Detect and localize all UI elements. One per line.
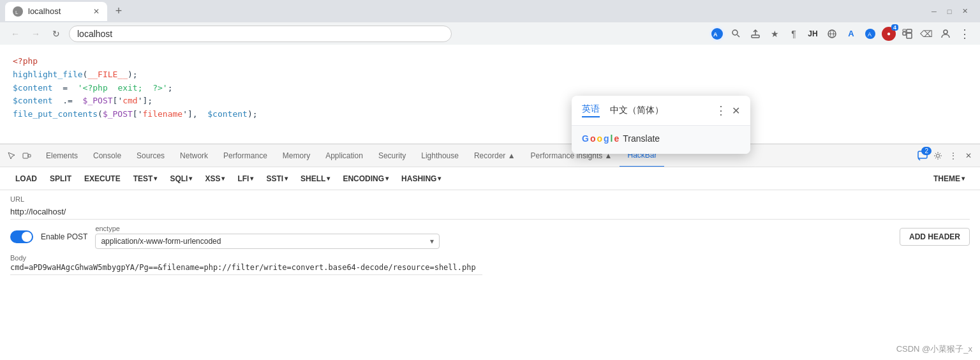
- devtools-device-icon[interactable]: [20, 149, 33, 162]
- reload-button[interactable]: ↻: [48, 26, 64, 41]
- svg-rect-18: [28, 154, 31, 157]
- translate-body: Google Translate: [572, 126, 750, 154]
- google-translate-logo: Google Translate: [582, 133, 740, 144]
- translate-icon[interactable]: A: [863, 26, 878, 41]
- tab-recorder[interactable]: Recorder ▲: [466, 144, 523, 167]
- svg-rect-6: [752, 35, 759, 38]
- ssti-button[interactable]: SSTI: [261, 172, 293, 186]
- tab-bar: L localhost ✕ + ─ □ ✕: [0, 0, 980, 22]
- tab-application[interactable]: Application: [318, 144, 371, 167]
- jh-icon[interactable]: JH: [805, 26, 820, 41]
- url-label: URL: [10, 195, 970, 203]
- enctype-select[interactable]: application/x-www-form-urlencoded ▾: [95, 234, 440, 249]
- svg-point-21: [937, 154, 940, 157]
- tab-elements[interactable]: Elements: [38, 144, 85, 167]
- page-content: <?php highlight_file(__FILE__); $content…: [0, 45, 980, 144]
- search-icon[interactable]: [729, 26, 744, 41]
- svg-point-4: [732, 30, 738, 35]
- tab-favicon: L: [13, 6, 23, 17]
- url-display: localhost: [77, 29, 112, 39]
- xss-button[interactable]: XSS: [200, 172, 230, 186]
- profile-icon[interactable]: [938, 26, 953, 41]
- enctype-group: enctype application/x-www-form-urlencode…: [95, 225, 892, 249]
- tab-sources[interactable]: Sources: [129, 144, 172, 167]
- minimize-button[interactable]: ─: [929, 6, 939, 17]
- extensions-icon[interactable]: [900, 26, 915, 41]
- sqli-button[interactable]: SQLI: [165, 172, 197, 186]
- address-bar: ← → ↻ localhost A ★ ¶ JH: [0, 22, 980, 45]
- devtools-chat-icon[interactable]: 2: [916, 149, 929, 162]
- google-o2: o: [597, 133, 602, 144]
- google-l: l: [611, 133, 613, 144]
- close-window-button[interactable]: ✕: [960, 6, 970, 17]
- svg-text:L: L: [15, 10, 19, 15]
- google-translate-text: Translate: [623, 133, 660, 144]
- google-o1: o: [590, 133, 596, 144]
- tab-close-button[interactable]: ✕: [93, 7, 100, 16]
- svg-rect-17: [23, 153, 28, 158]
- forward-button[interactable]: →: [28, 26, 43, 41]
- devtools-right-icons: 2 ⋮ ✕: [916, 149, 975, 162]
- badge-icon[interactable]: 4 ●: [882, 27, 896, 41]
- shell-button[interactable]: SHELL: [295, 172, 335, 186]
- bookmark-icon[interactable]: ★: [767, 26, 782, 41]
- theme-section: THEME: [928, 172, 970, 186]
- execute-button[interactable]: EXECUTE: [79, 172, 126, 186]
- body-value[interactable]: cmd=aPD9waHAgcGhwaW5mbygpYA/Pg==&filenam…: [10, 263, 482, 275]
- tab-network[interactable]: Network: [172, 144, 216, 167]
- svg-text:A: A: [713, 31, 718, 38]
- enctype-value: application/x-www-form-urlencoded: [101, 237, 430, 246]
- translate-popup: 英语 中文（简体） ⋮ ✕ Google Translate: [572, 96, 750, 154]
- devtools-cursor-icon[interactable]: [5, 149, 18, 162]
- url-value[interactable]: http://localhost/: [10, 204, 970, 220]
- toolbar-icons: A ★ ¶ JH A A 4 ●: [709, 26, 972, 41]
- window-controls: ─ □ ✕: [929, 6, 975, 17]
- split-screen-icon[interactable]: ⌫: [919, 26, 934, 41]
- add-header-button[interactable]: ADD HEADER: [900, 228, 970, 246]
- google-e: e: [614, 133, 619, 144]
- more-menu-icon[interactable]: ⋮: [957, 26, 972, 41]
- code-line-1: <?php: [13, 55, 967, 68]
- theme-button[interactable]: THEME: [928, 172, 970, 186]
- translate-close-button[interactable]: ✕: [732, 105, 740, 117]
- split-button[interactable]: SPLIT: [45, 172, 77, 186]
- devtools-settings-icon[interactable]: [932, 149, 944, 162]
- translate-toolbar-icon[interactable]: A: [709, 26, 725, 41]
- enable-post-label: Enable POST: [41, 232, 87, 241]
- share-icon[interactable]: [748, 26, 763, 41]
- enable-post-toggle[interactable]: [10, 230, 33, 243]
- body-label: Body: [10, 254, 970, 262]
- restore-button[interactable]: □: [944, 6, 954, 17]
- code-line-3: $content = '<?php exit; ?>';: [13, 82, 967, 95]
- tab-performance[interactable]: Performance: [216, 144, 275, 167]
- back-button[interactable]: ←: [8, 26, 23, 41]
- a-icon[interactable]: A: [843, 26, 859, 41]
- enctype-arrow-icon: ▾: [430, 237, 434, 246]
- test-button[interactable]: TEST: [128, 172, 163, 186]
- tab-console[interactable]: Console: [85, 144, 129, 167]
- globe-icon[interactable]: [824, 26, 840, 41]
- svg-line-5: [738, 34, 740, 37]
- url-input[interactable]: localhost: [69, 26, 452, 42]
- active-tab[interactable]: L localhost ✕: [5, 2, 107, 21]
- load-button[interactable]: LOAD: [10, 172, 42, 186]
- tab-memory[interactable]: Memory: [275, 144, 318, 167]
- translate-lang-primary[interactable]: 英语: [582, 103, 600, 117]
- hackbar-content: URL http://localhost/ Enable POST enctyp…: [0, 190, 980, 280]
- google-g2: g: [604, 133, 609, 144]
- code-line-5: file_put_contents($_POST['filename'], $c…: [13, 108, 967, 121]
- google-g1: G: [582, 133, 589, 144]
- reader-icon[interactable]: ¶: [786, 26, 801, 41]
- tab-security[interactable]: Security: [371, 144, 413, 167]
- lfi-button[interactable]: LFI: [232, 172, 258, 186]
- hackbar-toolbar: LOAD SPLIT EXECUTE TEST SQLI XSS LFI SST…: [0, 167, 980, 190]
- translate-menu-button[interactable]: ⋮: [715, 103, 727, 117]
- new-tab-button[interactable]: +: [110, 3, 128, 20]
- devtools-more-icon[interactable]: ⋮: [947, 149, 960, 162]
- hashing-button[interactable]: HASHING: [396, 172, 446, 186]
- tab-lighthouse[interactable]: Lighthouse: [413, 144, 466, 167]
- devtools-close-icon[interactable]: ✕: [962, 149, 975, 162]
- encoding-button[interactable]: ENCODING: [338, 172, 394, 186]
- translate-lang-secondary[interactable]: 中文（简体）: [610, 105, 664, 116]
- tab-title: localhost: [28, 6, 61, 16]
